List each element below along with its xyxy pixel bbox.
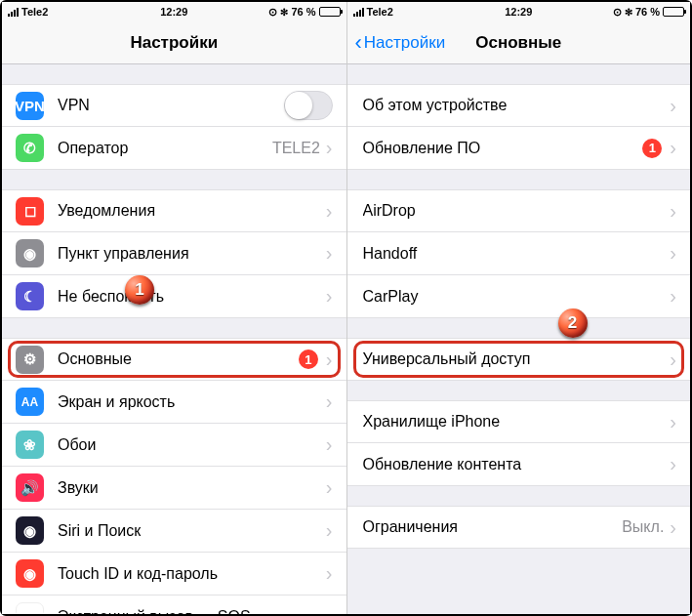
chevron-right-icon: › (670, 516, 676, 539)
row-airdrop[interactable]: AirDrop › (347, 189, 691, 232)
carrier-label: Tele2 (367, 6, 393, 18)
gear-icon: ⚙ (16, 346, 44, 374)
row-handoff[interactable]: Handoff › (347, 232, 691, 275)
notification-badge: 1 (299, 349, 318, 369)
row-label: AirDrop (363, 202, 671, 220)
notification-badge: 1 (642, 139, 662, 158)
siri-icon: ◉ (16, 516, 44, 545)
row-label: Не беспокоить (58, 288, 326, 306)
chevron-right-icon: › (670, 285, 676, 308)
row-label: Экстренный вызов — SOS (58, 608, 326, 615)
row-dnd[interactable]: ☾ Не беспокоить › (2, 275, 346, 318)
status-time: 12:29 (160, 6, 187, 18)
chevron-right-icon: › (670, 453, 676, 475)
row-background-refresh[interactable]: Обновление контента › (347, 443, 691, 486)
row-label: Touch ID и код-пароль (58, 565, 326, 583)
row-label: Универсальный доступ (363, 350, 671, 368)
row-label: Пункт управления (58, 245, 326, 263)
row-software-update[interactable]: Обновление ПО 1 › (347, 127, 691, 170)
chevron-right-icon: › (326, 519, 333, 542)
chevron-right-icon: › (670, 411, 676, 433)
row-sounds[interactable]: 🔊 Звуки › (2, 467, 346, 510)
chevron-right-icon: › (326, 390, 333, 413)
battery-icon (663, 7, 684, 17)
vpn-icon: VPN (16, 92, 44, 120)
fingerprint-icon: ◉ (16, 559, 44, 588)
row-touchid[interactable]: ◉ Touch ID и код-пароль › (2, 553, 346, 595)
chevron-right-icon: › (326, 137, 333, 159)
row-label: Экран и яркость (58, 393, 326, 411)
orientation-lock-icon: ⊙ (613, 6, 622, 19)
row-label: Обновление ПО (363, 140, 643, 157)
row-label: Обновление контента (363, 456, 671, 473)
row-label: VPN (58, 97, 284, 114)
battery-icon (319, 7, 341, 17)
row-value: TELE2 (272, 140, 320, 157)
general-list[interactable]: Об этом устройстве › Обновление ПО 1 › A… (347, 64, 691, 614)
screen-settings: Tele2 12:29 ⊙ ✻ 76 % Настройки VPN VPN ✆… (2, 2, 346, 614)
nav-bar: Настройки (2, 21, 346, 64)
chevron-right-icon: › (670, 95, 676, 117)
row-sos[interactable]: SOS Экстренный вызов — SOS › (2, 595, 346, 614)
back-button[interactable]: ‹ Настройки (355, 32, 446, 54)
screen-general: Tele2 12:29 ⊙ ✻ 76 % ‹ Настройки Основны… (346, 2, 691, 614)
row-restrictions[interactable]: Ограничения Выкл. › (347, 506, 691, 549)
row-label: Уведомления (58, 202, 326, 220)
phone-icon: ✆ (16, 134, 44, 162)
settings-list[interactable]: VPN VPN ✆ Оператор TELE2 › ◻ Уведомления… (2, 64, 346, 614)
nav-bar: ‹ Настройки Основные (347, 21, 691, 64)
notifications-icon: ◻ (16, 197, 44, 226)
status-bar: Tele2 12:29 ⊙ ✻ 76 % (347, 2, 691, 21)
chevron-right-icon: › (326, 285, 333, 308)
row-general[interactable]: ⚙ Основные 1 › (2, 338, 346, 381)
row-vpn[interactable]: VPN VPN (2, 84, 346, 127)
chevron-right-icon: › (326, 562, 333, 585)
row-control-center[interactable]: ◉ Пункт управления › (2, 232, 346, 275)
chevron-right-icon: › (670, 137, 676, 159)
carrier-label: Tele2 (21, 6, 48, 18)
signal-icon (353, 8, 364, 17)
chevron-right-icon: › (670, 242, 676, 265)
vpn-toggle[interactable] (284, 91, 333, 120)
status-bar: Tele2 12:29 ⊙ ✻ 76 % (2, 2, 346, 21)
row-storage[interactable]: Хранилище iPhone › (347, 400, 691, 443)
control-center-icon: ◉ (16, 239, 44, 267)
row-about[interactable]: Об этом устройстве › (347, 84, 691, 127)
sounds-icon: 🔊 (16, 473, 44, 502)
row-label: CarPlay (363, 288, 671, 306)
row-notifications[interactable]: ◻ Уведомления › (2, 189, 346, 232)
row-label: Обои (58, 436, 326, 454)
bluetooth-icon: ✻ (280, 7, 288, 18)
status-time: 12:29 (505, 6, 532, 18)
bluetooth-icon: ✻ (625, 7, 632, 18)
chevron-right-icon: › (670, 349, 676, 371)
dual-screenshot-frame: Tele2 12:29 ⊙ ✻ 76 % Настройки VPN VPN ✆… (0, 0, 692, 616)
row-accessibility[interactable]: Универсальный доступ › (347, 338, 691, 381)
row-label: Звуки (58, 479, 326, 497)
chevron-left-icon: ‹ (355, 32, 362, 54)
row-label: Ограничения (363, 518, 623, 536)
wallpaper-icon: ❀ (16, 431, 44, 459)
row-operator[interactable]: ✆ Оператор TELE2 › (2, 127, 346, 170)
sos-icon: SOS (16, 602, 44, 614)
page-title: Основные (475, 33, 561, 53)
chevron-right-icon: › (326, 242, 333, 265)
row-display[interactable]: AA Экран и яркость › (2, 381, 346, 424)
row-label: Siri и Поиск (58, 522, 326, 540)
row-carplay[interactable]: CarPlay › (347, 275, 691, 318)
row-label: Оператор (58, 140, 272, 157)
chevron-right-icon: › (670, 200, 676, 223)
chevron-right-icon: › (326, 476, 333, 499)
row-wallpaper[interactable]: ❀ Обои › (2, 424, 346, 467)
row-siri[interactable]: ◉ Siri и Поиск › (2, 510, 346, 553)
display-icon: AA (16, 388, 44, 416)
orientation-lock-icon: ⊙ (268, 6, 277, 19)
chevron-right-icon: › (326, 605, 333, 614)
page-title: Настройки (130, 33, 218, 53)
signal-icon (8, 8, 19, 17)
battery-percent: 76 % (291, 6, 315, 18)
moon-icon: ☾ (16, 282, 44, 310)
row-label: Основные (58, 350, 299, 368)
chevron-right-icon: › (326, 349, 333, 371)
row-label: Об этом устройстве (363, 97, 671, 114)
